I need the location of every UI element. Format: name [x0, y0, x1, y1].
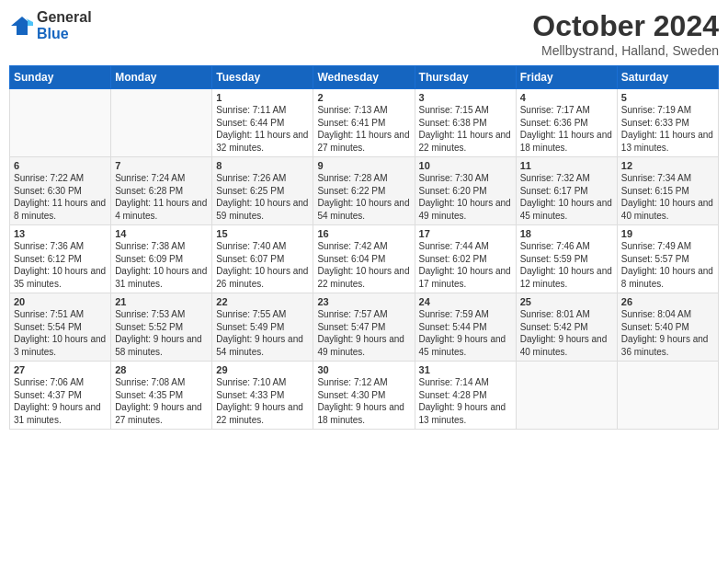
logo-general-text: General — [37, 9, 92, 26]
day-number: 10 — [419, 160, 512, 171]
day-info: Sunrise: 7:49 AM Sunset: 5:57 PM Dayligh… — [621, 240, 714, 290]
day-number: 30 — [317, 364, 410, 375]
day-info: Sunrise: 7:15 AM Sunset: 6:38 PM Dayligh… — [419, 104, 512, 154]
day-header-monday: Monday — [111, 66, 212, 89]
calendar-cell: 2Sunrise: 7:13 AM Sunset: 6:41 PM Daylig… — [313, 89, 415, 157]
day-number: 3 — [419, 92, 512, 103]
day-info: Sunrise: 7:59 AM Sunset: 5:44 PM Dayligh… — [419, 308, 512, 358]
day-number: 22 — [216, 296, 309, 307]
calendar-cell: 16Sunrise: 7:42 AM Sunset: 6:04 PM Dayli… — [313, 225, 415, 293]
day-info: Sunrise: 7:30 AM Sunset: 6:20 PM Dayligh… — [419, 172, 512, 222]
day-number: 23 — [317, 296, 410, 307]
calendar-cell: 23Sunrise: 7:57 AM Sunset: 5:47 PM Dayli… — [313, 293, 415, 362]
day-number: 19 — [621, 228, 714, 239]
page: General Blue October 2024 Mellbystrand, … — [0, 0, 728, 563]
day-info: Sunrise: 7:40 AM Sunset: 6:07 PM Dayligh… — [216, 240, 309, 290]
day-info: Sunrise: 7:14 AM Sunset: 4:28 PM Dayligh… — [419, 376, 512, 426]
day-header-sunday: Sunday — [10, 66, 111, 89]
day-info: Sunrise: 7:19 AM Sunset: 6:33 PM Dayligh… — [621, 104, 714, 154]
calendar-cell: 21Sunrise: 7:53 AM Sunset: 5:52 PM Dayli… — [111, 293, 212, 362]
calendar-cell: 25Sunrise: 8:01 AM Sunset: 5:42 PM Dayli… — [516, 293, 617, 362]
calendar-cell: 9Sunrise: 7:28 AM Sunset: 6:22 PM Daylig… — [313, 157, 415, 225]
day-info: Sunrise: 7:42 AM Sunset: 6:04 PM Dayligh… — [317, 240, 410, 290]
day-number: 20 — [14, 296, 107, 307]
day-info: Sunrise: 7:24 AM Sunset: 6:28 PM Dayligh… — [115, 172, 208, 222]
calendar-cell: 5Sunrise: 7:19 AM Sunset: 6:33 PM Daylig… — [617, 89, 718, 157]
day-number: 8 — [216, 160, 309, 171]
calendar-cell: 10Sunrise: 7:30 AM Sunset: 6:20 PM Dayli… — [415, 157, 516, 225]
day-info: Sunrise: 7:55 AM Sunset: 5:49 PM Dayligh… — [216, 308, 309, 358]
calendar-cell: 14Sunrise: 7:38 AM Sunset: 6:09 PM Dayli… — [111, 225, 212, 293]
calendar-cell: 15Sunrise: 7:40 AM Sunset: 6:07 PM Dayli… — [212, 225, 313, 293]
day-info: Sunrise: 7:57 AM Sunset: 5:47 PM Dayligh… — [317, 308, 410, 358]
day-number: 9 — [317, 160, 410, 171]
calendar-cell: 17Sunrise: 7:44 AM Sunset: 6:02 PM Dayli… — [415, 225, 516, 293]
title-area: October 2024 Mellbystrand, Halland, Swed… — [532, 9, 719, 58]
header: General Blue October 2024 Mellbystrand, … — [9, 9, 719, 58]
day-info: Sunrise: 8:01 AM Sunset: 5:42 PM Dayligh… — [520, 308, 613, 358]
calendar-cell: 27Sunrise: 7:06 AM Sunset: 4:37 PM Dayli… — [10, 362, 111, 430]
day-info: Sunrise: 7:51 AM Sunset: 5:54 PM Dayligh… — [14, 308, 107, 358]
calendar-table: SundayMondayTuesdayWednesdayThursdayFrid… — [9, 65, 719, 430]
day-number: 25 — [520, 296, 613, 307]
day-header-saturday: Saturday — [617, 66, 718, 89]
day-header-tuesday: Tuesday — [212, 66, 313, 89]
day-info: Sunrise: 7:38 AM Sunset: 6:09 PM Dayligh… — [115, 240, 208, 290]
location: Mellbystrand, Halland, Sweden — [532, 43, 719, 58]
day-number: 28 — [115, 364, 208, 375]
day-info: Sunrise: 7:44 AM Sunset: 6:02 PM Dayligh… — [419, 240, 512, 290]
day-header-thursday: Thursday — [415, 66, 516, 89]
day-number: 15 — [216, 228, 309, 239]
day-info: Sunrise: 7:11 AM Sunset: 6:44 PM Dayligh… — [216, 104, 309, 154]
calendar-cell: 24Sunrise: 7:59 AM Sunset: 5:44 PM Dayli… — [415, 293, 516, 362]
calendar-cell: 4Sunrise: 7:17 AM Sunset: 6:36 PM Daylig… — [516, 89, 617, 157]
day-info: Sunrise: 7:22 AM Sunset: 6:30 PM Dayligh… — [14, 172, 107, 222]
calendar-cell: 30Sunrise: 7:12 AM Sunset: 4:30 PM Dayli… — [313, 362, 415, 430]
calendar-cell: 22Sunrise: 7:55 AM Sunset: 5:49 PM Dayli… — [212, 293, 313, 362]
calendar-cell — [516, 362, 617, 430]
calendar-cell: 12Sunrise: 7:34 AM Sunset: 6:15 PM Dayli… — [617, 157, 718, 225]
calendar-cell — [111, 89, 212, 157]
calendar-cell: 31Sunrise: 7:14 AM Sunset: 4:28 PM Dayli… — [415, 362, 516, 430]
calendar-cell: 3Sunrise: 7:15 AM Sunset: 6:38 PM Daylig… — [415, 89, 516, 157]
day-info: Sunrise: 7:17 AM Sunset: 6:36 PM Dayligh… — [520, 104, 613, 154]
day-number: 6 — [14, 160, 107, 171]
calendar-cell — [617, 362, 718, 430]
day-number: 27 — [14, 364, 107, 375]
day-info: Sunrise: 7:26 AM Sunset: 6:25 PM Dayligh… — [216, 172, 309, 222]
calendar-cell — [10, 89, 111, 157]
calendar-cell: 13Sunrise: 7:36 AM Sunset: 6:12 PM Dayli… — [10, 225, 111, 293]
day-number: 7 — [115, 160, 208, 171]
day-info: Sunrise: 7:32 AM Sunset: 6:17 PM Dayligh… — [520, 172, 613, 222]
calendar-cell: 6Sunrise: 7:22 AM Sunset: 6:30 PM Daylig… — [10, 157, 111, 225]
calendar-cell: 26Sunrise: 8:04 AM Sunset: 5:40 PM Dayli… — [617, 293, 718, 362]
day-number: 2 — [317, 92, 410, 103]
day-number: 17 — [419, 228, 512, 239]
day-info: Sunrise: 7:34 AM Sunset: 6:15 PM Dayligh… — [621, 172, 714, 222]
calendar-cell: 11Sunrise: 7:32 AM Sunset: 6:17 PM Dayli… — [516, 157, 617, 225]
day-info: Sunrise: 7:10 AM Sunset: 4:33 PM Dayligh… — [216, 376, 309, 426]
day-number: 16 — [317, 228, 410, 239]
calendar-cell: 7Sunrise: 7:24 AM Sunset: 6:28 PM Daylig… — [111, 157, 212, 225]
day-number: 24 — [419, 296, 512, 307]
day-info: Sunrise: 7:06 AM Sunset: 4:37 PM Dayligh… — [14, 376, 107, 426]
day-number: 31 — [419, 364, 512, 375]
day-number: 11 — [520, 160, 613, 171]
day-number: 13 — [14, 228, 107, 239]
day-info: Sunrise: 7:53 AM Sunset: 5:52 PM Dayligh… — [115, 308, 208, 358]
calendar-cell: 19Sunrise: 7:49 AM Sunset: 5:57 PM Dayli… — [617, 225, 718, 293]
logo: General Blue — [9, 9, 92, 41]
day-number: 12 — [621, 160, 714, 171]
calendar-cell: 8Sunrise: 7:26 AM Sunset: 6:25 PM Daylig… — [212, 157, 313, 225]
day-number: 29 — [216, 364, 309, 375]
logo-icon — [9, 13, 35, 39]
month-title: October 2024 — [532, 9, 719, 43]
day-header-wednesday: Wednesday — [313, 66, 415, 89]
day-info: Sunrise: 7:12 AM Sunset: 4:30 PM Dayligh… — [317, 376, 410, 426]
calendar-cell: 28Sunrise: 7:08 AM Sunset: 4:35 PM Dayli… — [111, 362, 212, 430]
day-number: 1 — [216, 92, 309, 103]
calendar-cell: 20Sunrise: 7:51 AM Sunset: 5:54 PM Dayli… — [10, 293, 111, 362]
day-info: Sunrise: 7:13 AM Sunset: 6:41 PM Dayligh… — [317, 104, 410, 154]
day-number: 21 — [115, 296, 208, 307]
calendar-cell: 18Sunrise: 7:46 AM Sunset: 5:59 PM Dayli… — [516, 225, 617, 293]
